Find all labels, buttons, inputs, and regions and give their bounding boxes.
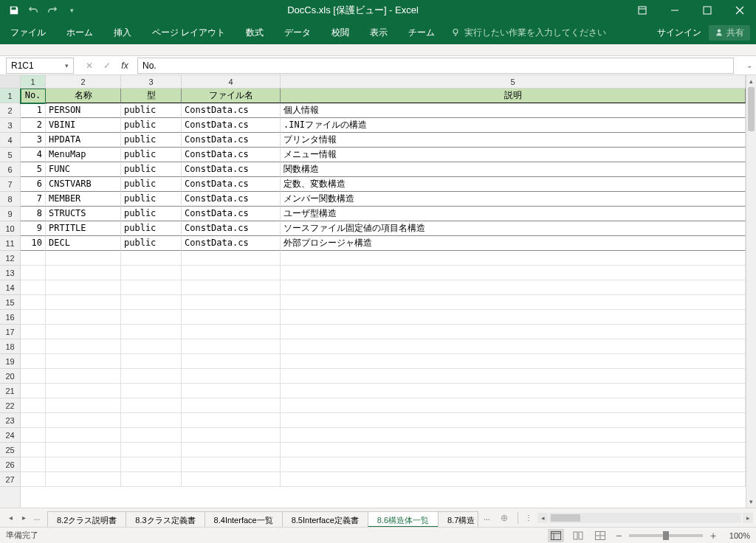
cell[interactable]: 定数、変数構造 — [281, 177, 746, 192]
ribbon-tab[interactable]: 表示 — [360, 21, 398, 44]
cell[interactable]: public — [121, 236, 182, 251]
row-header[interactable]: 16 — [0, 310, 20, 325]
cell[interactable] — [121, 266, 182, 280]
cell[interactable]: public — [121, 192, 182, 207]
add-sheet-button[interactable]: ⊕ — [495, 510, 513, 526]
scroll-down-icon[interactable]: ▾ — [746, 496, 756, 508]
cell[interactable]: ConstData.cs — [182, 236, 281, 251]
cell[interactable] — [281, 457, 746, 472]
column-header[interactable]: 2 — [46, 75, 121, 88]
undo-button[interactable] — [25, 2, 41, 18]
row-header[interactable]: 8 — [0, 192, 20, 207]
sheet-tab[interactable]: 8.2クラス説明書 — [47, 511, 126, 528]
cell[interactable]: ConstData.cs — [182, 177, 281, 192]
cell[interactable]: VBINI — [46, 118, 121, 133]
cell[interactable] — [121, 280, 182, 295]
cell[interactable] — [46, 428, 121, 443]
ribbon-display-button[interactable] — [626, 0, 659, 21]
cell[interactable] — [121, 310, 182, 325]
cell[interactable] — [46, 266, 121, 280]
cell[interactable] — [121, 369, 182, 384]
cell[interactable]: public — [121, 177, 182, 192]
cell[interactable] — [182, 266, 281, 280]
cell[interactable] — [281, 280, 746, 295]
cell[interactable]: DECL — [46, 236, 121, 251]
row-header[interactable]: 27 — [0, 472, 20, 487]
row-header[interactable]: 6 — [0, 162, 20, 177]
cell[interactable]: PRTITLE — [46, 221, 121, 236]
row-header[interactable]: 2 — [0, 103, 20, 118]
cell[interactable]: 10 — [21, 236, 46, 251]
cell[interactable]: public — [121, 221, 182, 236]
cell[interactable] — [121, 472, 182, 487]
cell[interactable]: 5 — [21, 162, 46, 177]
cell[interactable]: HPDATA — [46, 133, 121, 148]
cell[interactable] — [281, 472, 746, 487]
cell[interactable] — [182, 280, 281, 295]
cell[interactable] — [46, 354, 121, 369]
cell[interactable] — [21, 310, 46, 325]
cell[interactable] — [21, 384, 46, 398]
vertical-scrollbar[interactable]: ▴ ▾ — [746, 75, 756, 508]
cell[interactable] — [21, 443, 46, 457]
row-header[interactable]: 5 — [0, 148, 20, 162]
sheet-nav-next[interactable]: ▸ — [18, 512, 30, 524]
cell[interactable]: public — [121, 207, 182, 221]
scroll-right-icon[interactable]: ▸ — [743, 513, 753, 523]
cell[interactable] — [46, 295, 121, 310]
column-header[interactable]: 3 — [121, 75, 182, 88]
cell[interactable]: 3 — [21, 133, 46, 148]
cell[interactable] — [121, 428, 182, 443]
cell[interactable] — [46, 398, 121, 413]
column-header[interactable]: 5 — [281, 75, 746, 88]
cell[interactable] — [281, 443, 746, 457]
share-button[interactable]: 共有 — [709, 25, 750, 41]
redo-button[interactable] — [44, 2, 61, 18]
cell[interactable] — [281, 266, 746, 280]
row-header[interactable]: 21 — [0, 384, 20, 398]
cell[interactable] — [121, 339, 182, 354]
normal-view-button[interactable] — [548, 529, 564, 542]
scroll-left-icon[interactable]: ◂ — [537, 513, 548, 523]
ribbon-tab[interactable]: 数式 — [236, 21, 274, 44]
row-header[interactable]: 9 — [0, 207, 20, 221]
cell[interactable] — [21, 413, 46, 428]
cell[interactable]: CNSTVARB — [46, 177, 121, 192]
zoom-slider[interactable] — [629, 534, 703, 537]
ribbon-tab[interactable]: ページ レイアウト — [142, 21, 236, 44]
cell[interactable] — [182, 354, 281, 369]
cell[interactable] — [46, 384, 121, 398]
cell[interactable] — [182, 310, 281, 325]
cell[interactable]: メンバー関数構造 — [281, 192, 746, 207]
cell[interactable]: 2 — [21, 118, 46, 133]
hscroll-thumb[interactable] — [551, 514, 580, 522]
cell[interactable]: メニュー情報 — [281, 148, 746, 162]
page-layout-view-button[interactable] — [570, 529, 586, 542]
column-header[interactable]: 1 — [21, 75, 46, 88]
cell[interactable] — [182, 472, 281, 487]
cell[interactable] — [21, 472, 46, 487]
select-all-corner[interactable] — [0, 75, 21, 88]
cell[interactable] — [121, 295, 182, 310]
cell[interactable] — [182, 339, 281, 354]
cell[interactable] — [121, 251, 182, 266]
zoom-in-button[interactable]: + — [709, 530, 718, 542]
cell[interactable]: ConstData.cs — [182, 103, 281, 118]
cell[interactable] — [281, 384, 746, 398]
cell[interactable] — [21, 339, 46, 354]
fx-button[interactable]: fx — [117, 58, 133, 74]
minimize-button[interactable] — [659, 0, 691, 21]
cell[interactable] — [21, 428, 46, 443]
row-header[interactable]: 20 — [0, 369, 20, 384]
cell[interactable]: 個人情報 — [281, 103, 746, 118]
cell[interactable]: ConstData.cs — [182, 148, 281, 162]
cell[interactable]: ConstData.cs — [182, 207, 281, 221]
cell[interactable]: public — [121, 148, 182, 162]
sheet-tab[interactable]: 8.5Interface定義書 — [282, 511, 368, 528]
row-header[interactable]: 7 — [0, 177, 20, 192]
cell[interactable] — [46, 413, 121, 428]
cell[interactable] — [21, 280, 46, 295]
row-header[interactable]: 19 — [0, 354, 20, 369]
cell[interactable] — [21, 457, 46, 472]
sheet-tabs-more[interactable]: ... — [481, 512, 492, 524]
